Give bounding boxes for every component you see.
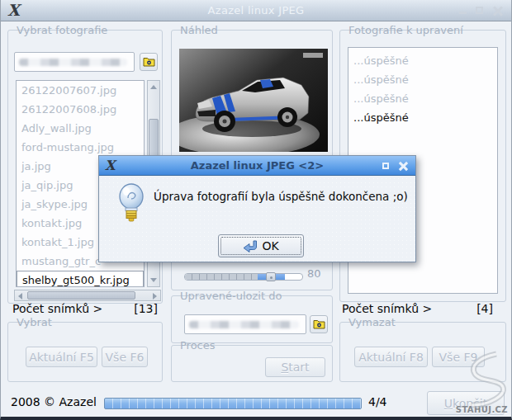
group-preview-title: Náhled	[180, 24, 218, 36]
select-all-button[interactable]: Vše F6	[102, 347, 148, 367]
scroll-left-icon[interactable]	[18, 293, 22, 300]
folder-icon	[313, 319, 325, 329]
folder-icon	[143, 57, 155, 67]
ok-button[interactable]: OK	[218, 234, 304, 257]
edited-count-value: [4]	[460, 302, 493, 315]
group-save-to-title: Upravené-ulozit do	[180, 290, 282, 302]
close-icon[interactable]	[493, 6, 503, 16]
dialog-titlebar[interactable]: X Azazel linux JPEG <2>	[99, 156, 415, 176]
save-path-input[interactable]	[184, 314, 306, 334]
clear-all-button[interactable]: Vše F9	[432, 347, 485, 367]
scroll-right-icon[interactable]	[153, 293, 157, 300]
progress-bar	[104, 398, 362, 409]
source-path-censored	[19, 59, 127, 66]
start-button[interactable]: Start	[265, 357, 325, 377]
window-title: Azazel linux JPEG	[1, 4, 511, 17]
stahuj-watermark-text: STAHUJ.CZ	[456, 405, 508, 414]
quality-value: 80	[307, 267, 321, 280]
maximize-icon[interactable]	[475, 6, 485, 16]
horizontal-scroll-thumb[interactable]	[27, 291, 135, 300]
scroll-up-icon[interactable]	[150, 85, 157, 89]
quality-slider-handle[interactable]	[266, 272, 276, 281]
clear-current-button[interactable]: Aktuální F8	[354, 347, 428, 367]
source-count-label: Počet snímků >	[12, 302, 102, 315]
ok-arrow-icon	[243, 240, 258, 252]
list-item[interactable]: Adly_wall.jpg	[17, 119, 144, 138]
source-path-input[interactable]	[14, 52, 135, 72]
group-select-title: Vybrat	[17, 316, 52, 328]
source-count-value: [13]	[125, 302, 158, 315]
select-current-button[interactable]: Aktuální F5	[26, 347, 97, 367]
dialog-title: Azazel linux JPEG <2>	[99, 159, 415, 172]
message-dialog: X Azazel linux JPEG <2>	[98, 155, 416, 262]
list-item[interactable]: ford-mustang.jpg	[17, 138, 144, 157]
list-item[interactable]: ...úspěšné	[348, 51, 497, 70]
dialog-maximize-icon[interactable]	[382, 162, 391, 171]
browse-source-button[interactable]	[140, 53, 158, 71]
save-path-censored	[189, 321, 299, 328]
lightbulb-icon	[117, 183, 145, 223]
preview-image-car	[179, 49, 328, 152]
list-item[interactable]: 26122007607.jpg	[17, 81, 144, 100]
progress-count: 4/4	[368, 395, 387, 408]
group-clear-title: Vymazat	[348, 316, 396, 328]
list-item[interactable]: 26122007608.jpg	[17, 100, 144, 119]
file-list-horizontal-scrollbar[interactable]	[14, 290, 161, 301]
group-process-title: Proces	[180, 339, 216, 352]
list-item-selected[interactable]: shelby_gt500_kr.jpg	[17, 271, 144, 287]
edited-count-label: Počet snímků >	[342, 302, 432, 315]
slider-ticks	[185, 274, 258, 280]
ok-label: OK	[262, 239, 278, 252]
group-select-photos-title: Vybrat fotografie	[17, 24, 107, 36]
dialog-message: Úprava fotografií byla úspěšně dokončena…	[154, 190, 410, 203]
dialog-close-icon[interactable]	[399, 162, 408, 171]
group-photos-to-edit-title: Fotografie k upravení	[348, 24, 463, 36]
scroll-down-icon[interactable]	[150, 278, 157, 282]
dialog-body: Úprava fotografií byla úspěšně dokončena…	[99, 176, 415, 262]
minimize-icon[interactable]	[458, 6, 468, 16]
copyright-text: 2008 © Azazel	[11, 395, 97, 408]
list-item[interactable]: ...úspěšné	[348, 70, 497, 89]
quality-slider[interactable]	[184, 273, 303, 281]
main-titlebar[interactable]: X Azazel linux JPEG	[1, 0, 511, 21]
browse-save-button[interactable]	[310, 315, 328, 333]
app-window: X Azazel linux JPEG Vybrat fotografie 26…	[0, 0, 512, 420]
list-item-current[interactable]: ...úspěšné	[348, 108, 497, 127]
list-item[interactable]: ...úspěšné	[348, 89, 497, 108]
